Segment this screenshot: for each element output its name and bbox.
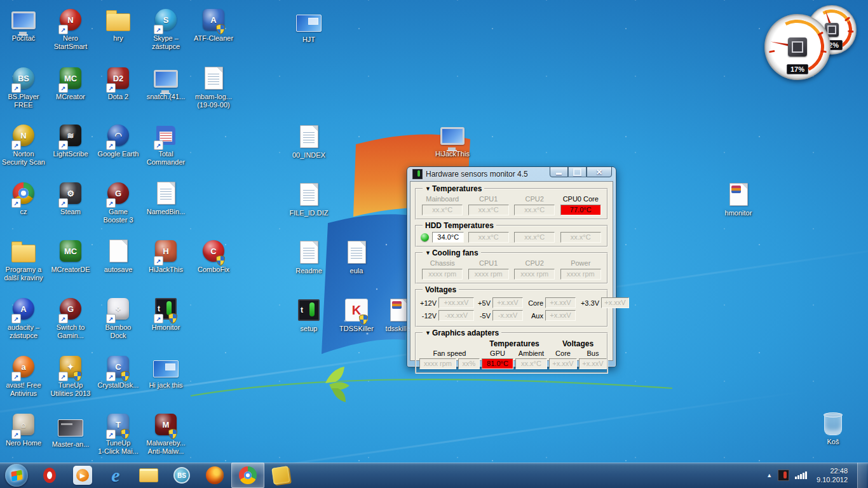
icon-art: ↗ — [296, 8, 322, 34]
plus5v-value: +x.xxV — [492, 297, 523, 308]
maximize-button[interactable] — [568, 166, 587, 177]
icon-label: mbam-log... (19-09-00) — [183, 93, 244, 109]
cooling-fans-header[interactable]: ▼Cooling fans — [423, 248, 481, 257]
taskbar-item-icon — [40, 466, 59, 485]
taskbar-item-icon — [238, 466, 257, 485]
desktop-icon-file-id-diz[interactable]: ↗ FILE_ID.DIZ — [278, 181, 339, 217]
icon-art: ⁘ ↗ — [105, 295, 131, 322]
icon-art: ◠ ↗ — [105, 122, 131, 149]
desktop-icon-malwarebytes[interactable]: M ↗ Malwareby... Anti-Malw... — [135, 411, 196, 456]
icon-glyph — [440, 122, 465, 149]
cpu1-fan-value: xxxx rpm — [468, 269, 509, 280]
desktop-icon-hmonitor-app[interactable]: t ↗ Hmonitor — [135, 295, 196, 332]
shortcut-arrow-icon: ↗ — [106, 140, 116, 150]
tray-clock[interactable]: 22:48 9.10.2012 — [813, 466, 851, 484]
icon-label: Hmonitor — [135, 323, 196, 332]
hmonitor-tray-icon[interactable] — [778, 470, 789, 481]
icon-art: ⚙ ↗ — [58, 180, 83, 207]
shortcut-arrow-icon: ↗ — [11, 430, 21, 439]
show-hidden-icons-button[interactable]: ▲ — [766, 472, 772, 478]
tray-time: 22:48 — [817, 466, 848, 475]
icon-label: ATF-Cleaner — [183, 34, 244, 43]
collapse-triangle-icon: ▼ — [425, 250, 431, 256]
cpu2-temp-value: xx.x°C — [514, 205, 555, 215]
voltages-group: Voltages +12V +xx.xxV +5V +x.xxV Core +x… — [415, 289, 608, 327]
temperatures-group: ▼Temperatures Mainboard CPU1 CPU2 CPU0 C… — [415, 188, 608, 220]
desktop-icon-namedbin[interactable]: ↗ NamedBin... — [135, 180, 196, 216]
voltages-header: Voltages — [423, 285, 459, 294]
icon-art: a ↗ — [11, 353, 36, 380]
icon-glyph — [153, 65, 179, 92]
icon-label: Malwareby... Anti-Malw... — [135, 439, 196, 456]
cpu-percent: 17% — [787, 64, 808, 74]
window-title: Hardware sensors monitor 4.5 — [426, 170, 528, 179]
network-signal-icon[interactable] — [795, 471, 807, 479]
icon-art: K ↗ — [344, 297, 369, 323]
desktop-icon-combofix[interactable]: C ↗ ComboFix — [183, 238, 244, 274]
taskbar-windows-explorer[interactable] — [132, 463, 165, 488]
minimize-button[interactable] — [550, 166, 568, 177]
cpu-meter-gadget[interactable]: 17% — [764, 14, 831, 80]
title-bar[interactable]: Hardware sensors monitor 4.5 ✕ — [410, 167, 613, 181]
icon-label: 00_INDEX — [278, 151, 339, 159]
icon-art: ≋ ↗ — [58, 122, 83, 149]
gfx-bus-voltage-value: +x.xxV — [579, 358, 607, 369]
show-desktop-button[interactable] — [857, 463, 867, 488]
taskbar-chrome[interactable] — [231, 463, 264, 488]
icon-art: ↗ — [11, 180, 36, 207]
desktop-icon-hjt[interactable]: ↗ HJT — [278, 8, 339, 44]
hdd3-temp-value: xx.x°C — [514, 232, 555, 243]
shortcut-arrow-icon: ↗ — [11, 83, 21, 93]
taskbar-start-button[interactable] — [0, 463, 33, 488]
icon-glyph — [296, 181, 322, 208]
label-minus12v: -12V — [419, 312, 438, 320]
desktop-icon-hi-jack-this[interactable]: ↗ Hi jack this — [135, 353, 196, 390]
desktop-icon-hmonitor-archive[interactable]: ↗ hmonitor — [708, 181, 769, 217]
col-power: Power — [558, 259, 604, 267]
taskbar-windows-media-player[interactable] — [66, 463, 99, 488]
desktop-icon-total-commander[interactable]: ↗ Total Commander — [135, 122, 196, 166]
hardware-sensors-monitor-window: Hardware sensors monitor 4.5 ✕ ▼Temperat… — [407, 166, 616, 367]
close-button[interactable]: ✕ — [587, 166, 612, 177]
desktop-icon-kos[interactable]: ↗ Koš — [803, 410, 864, 446]
taskbar-bsplayer[interactable] — [165, 463, 198, 488]
col-fan-speed: Fan speed — [419, 349, 480, 357]
icon-glyph — [296, 8, 322, 34]
taskbar: ▲ 22:48 9.10.2012 — [0, 463, 868, 488]
taskbar-firefox[interactable] — [198, 463, 231, 488]
taskbar-opera[interactable] — [33, 463, 66, 488]
graphics-adapters-header[interactable]: ▼Graphics adapters — [423, 329, 501, 337]
icon-glyph — [296, 239, 322, 266]
col-fan-cpu2: CPU2 — [512, 259, 558, 267]
maximize-icon — [573, 168, 581, 176]
col-cpu1: CPU1 — [466, 195, 512, 203]
icon-art: A ↗ — [201, 6, 226, 33]
minus12v-value: -xx.xxV — [438, 310, 474, 321]
col-cpu2: CPU2 — [512, 195, 558, 203]
icon-label: eula — [326, 267, 387, 275]
plus33v-value: +x.xxV — [601, 297, 629, 308]
taskbar-item-icon — [205, 466, 224, 485]
desktop-icon-hijackthis-installer[interactable]: ↗ HiJackThis — [422, 122, 483, 158]
desktop-icon-mbam-log[interactable]: ↗ mbam-log... (19-09-00) — [183, 65, 244, 109]
icon-art: ↗ — [11, 238, 36, 264]
desktop-icon-eula[interactable]: ↗ eula — [326, 239, 387, 275]
cpu-icon — [788, 37, 807, 57]
shortcut-arrow-icon: ↗ — [154, 256, 163, 266]
temperatures-header[interactable]: ▼Temperatures — [423, 184, 484, 193]
desktop-icon-atf-cleaner[interactable]: A ↗ ATF-Cleaner — [183, 6, 244, 43]
icon-label: HiJackThis — [422, 150, 483, 158]
icon-art: ↗ — [296, 181, 322, 208]
shortcut-arrow-icon: ↗ — [11, 314, 21, 323]
hdd4-temp-value: xx.x°C — [560, 232, 601, 243]
taskbar-internet-explorer[interactable] — [99, 463, 132, 488]
minimize-icon — [556, 173, 562, 175]
desktop-icon-00-index[interactable]: ↗ 00_INDEX — [278, 123, 339, 159]
icon-glyph — [105, 238, 131, 264]
taskbar-tuneup[interactable] — [264, 463, 297, 488]
icon-glyph — [11, 238, 36, 264]
taskbar-item-icon — [106, 466, 125, 485]
col-gfx-bus: Bus — [579, 349, 607, 357]
icon-art: ↗ — [58, 412, 83, 439]
cooling-fans-group: ▼Cooling fans Chassis CPU1 CPU2 Power xx… — [415, 252, 608, 284]
